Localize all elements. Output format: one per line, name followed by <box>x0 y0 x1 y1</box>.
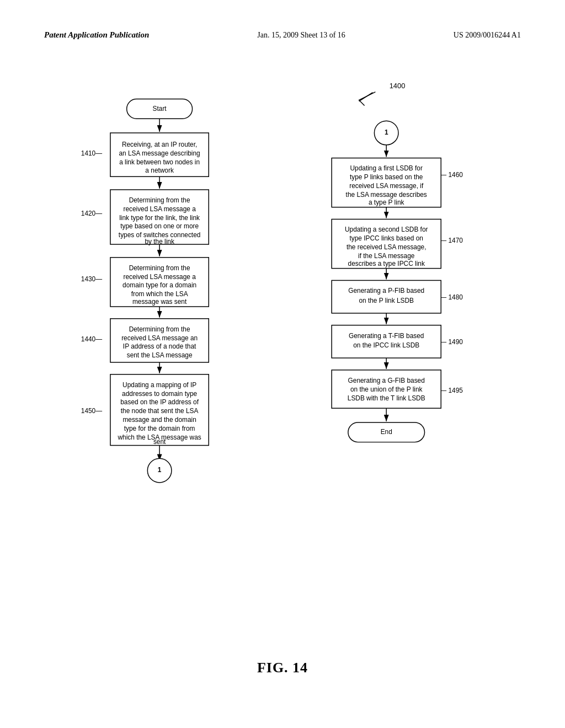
text-1440-2: received LSA message an <box>121 334 198 342</box>
header-patent-number: US 2009/0016244 A1 <box>454 31 521 40</box>
text-1440-1: Determining from the <box>129 325 190 333</box>
text-1420-4: type based on one or more <box>120 222 199 230</box>
text-1470-4: if the LSA message <box>358 252 415 260</box>
text-1470-5: describes a type IPCC link <box>348 260 425 267</box>
text-1440-3: IP address of a node that <box>123 342 196 350</box>
connector-label-bottom: 1 <box>158 466 162 474</box>
connector-label-top: 1 <box>385 129 388 136</box>
text-1450-6: type for the domain from <box>124 425 195 432</box>
text-1430-1: Determining from the <box>129 264 190 272</box>
text-1430-5: message was sent <box>132 298 187 306</box>
text-1460-4: the LSA message describes <box>346 191 427 199</box>
end-label: End <box>381 428 392 436</box>
text-1460-2: type P links based on the <box>350 173 423 181</box>
text-1450-4: the node that sent the LSA <box>121 407 199 415</box>
text-1450-3: based on the IP address of <box>120 398 199 406</box>
patent-page: Patent Application Publication Jan. 15, … <box>0 0 565 728</box>
flowchart-svg: 1400 Start 1410— Receiving, at an IP rou… <box>45 73 520 652</box>
text-1490-2: on the IPCC link LSDB <box>353 341 419 349</box>
text-1490-1: Generating a T-FIB based <box>349 332 424 340</box>
text-1450-8: sent <box>153 438 166 446</box>
text-1450-5: message and the domain <box>122 416 196 424</box>
text-1460-3: received LSA message, if <box>349 182 424 190</box>
label-1460: — 1460 <box>440 171 463 179</box>
header-date-sheet: Jan. 15, 2009 Sheet 13 of 16 <box>257 31 345 40</box>
text-1430-3: domain type for a domain <box>122 281 196 289</box>
label-1440: 1440— <box>81 335 102 343</box>
flowchart: 1400 Start 1410— Receiving, at an IP rou… <box>45 73 520 676</box>
page-header: Patent Application Publication Jan. 15, … <box>0 0 565 51</box>
figure-bracket2 <box>359 93 373 101</box>
text-1480-2: on the P link LSDB <box>359 297 414 304</box>
text-1430-2: received LSA message a <box>123 273 196 281</box>
text-1410-2: an LSA message describing <box>119 149 200 157</box>
text-1440-4: sent the LSA message <box>127 351 193 359</box>
text-1495-2: on the union of the P link <box>350 386 423 393</box>
label-1420: 1420— <box>81 210 102 217</box>
label-1495: — 1495 <box>440 387 463 394</box>
text-1410-4: a network <box>145 167 174 174</box>
text-1470-1: Updating a second LSDB for <box>345 226 428 233</box>
diagram-area: 1400 Start 1410— Receiving, at an IP rou… <box>0 51 565 687</box>
figure-bracket <box>359 92 376 106</box>
text-1495-1: Generating a G-FIB based <box>348 377 425 384</box>
label-1470: — 1470 <box>440 237 463 244</box>
figure-label: FIG. 14 <box>45 660 520 676</box>
text-1470-3: the received LSA message, <box>347 243 427 251</box>
text-1470-2: type IPCC links based on <box>350 234 423 242</box>
label-1410: 1410— <box>81 149 102 157</box>
label-1430: 1430— <box>81 275 102 283</box>
text-1420-3: link type for the link, the link <box>119 214 200 222</box>
text-1480-1: Generating a P-FIB based <box>348 287 424 295</box>
text-1460-5: a type P link <box>369 199 404 206</box>
text-1420-2: received LSA message a <box>123 205 196 213</box>
header-publication-title: Patent Application Publication <box>44 30 149 40</box>
label-1490: — 1490 <box>440 338 463 346</box>
text-1430-4: from which the LSA <box>131 290 188 298</box>
text-1450-2: addresses to domain type <box>122 390 197 398</box>
text-1495-3: LSDB with the T link LSDB <box>348 394 425 402</box>
text-1410-1: Receiving, at an IP router, <box>122 141 197 148</box>
label-1450: 1450— <box>81 407 102 415</box>
figure-number: 1400 <box>390 82 406 90</box>
text-1420-1: Determining from the <box>129 196 190 204</box>
label-1480: — 1480 <box>440 293 463 301</box>
text-1410-3: a link between two nodes in <box>119 158 200 166</box>
text-1460-1: Updating a first LSDB for <box>350 164 423 172</box>
start-label: Start <box>153 105 167 113</box>
text-1450-1: Updating a mapping of IP <box>122 381 196 389</box>
